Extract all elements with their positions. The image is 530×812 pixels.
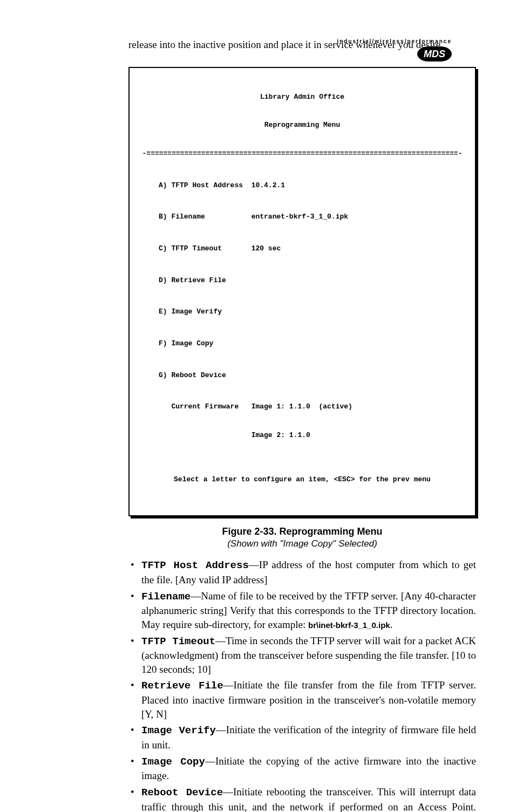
item-verify: Image Verify—Initiate the verification o… xyxy=(128,723,476,752)
definition-list: TFTP Host Address—IP address of the host… xyxy=(128,558,476,812)
terminal-row-f: F) Image Copy xyxy=(159,339,467,349)
item-retrieve: Retrieve File—Initiate the file transfer… xyxy=(128,678,476,721)
terminal-row-cf2: Image 2: 1.1.0 xyxy=(159,431,467,440)
terminal-row-d: D) Retrieve File xyxy=(159,276,467,285)
header-logo: industrial/wireless/performance MDS xyxy=(337,38,452,62)
term-verify: Image Verify xyxy=(141,725,216,736)
item-filename: Filename—Name of file to be received by … xyxy=(128,589,476,632)
term-tftp-host: TFTP Host Address xyxy=(141,559,249,571)
terminal-prompt: Select a letter to configure an item, <E… xyxy=(137,475,467,485)
terminal-title-2: Reprogramming Menu xyxy=(137,120,467,130)
terminal-row-b: B) Filename entranet-bkrf-3_1_0.ipk xyxy=(159,212,467,222)
figure-caption-main: Figure 2-33. Reprogramming Menu xyxy=(128,525,476,538)
terminal-screenshot: Library Admin Office Reprogramming Menu … xyxy=(128,67,476,516)
logo-tagline: industrial/wireless/performance xyxy=(337,38,452,45)
filename-example: br\inet-bkrf-3_1_0.ipk xyxy=(308,620,390,630)
terminal-row-e: E) Image Verify xyxy=(159,307,467,317)
item-timeout: TFTP Timeout—Time in seconds the TFTP se… xyxy=(128,634,476,677)
terminal-rule: -=======================================… xyxy=(137,149,467,159)
figure-caption-sub: (Shown with "Image Copy" Selected) xyxy=(128,538,476,550)
term-filename: Filename xyxy=(141,591,191,603)
term-timeout: TFTP Timeout xyxy=(141,636,215,647)
terminal-row-a: A) TFTP Host Address 10.4.2.1 xyxy=(159,181,467,190)
term-copy: Image Copy xyxy=(141,756,205,768)
term-retrieve: Retrieve File xyxy=(141,680,223,692)
item-copy: Image Copy—Initiate the copying of the a… xyxy=(128,754,476,783)
item-reboot: Reboot Device—Initiate rebooting the tra… xyxy=(128,785,476,812)
terminal-row-g: G) Reboot Device xyxy=(159,371,467,380)
desc-filename-2: . xyxy=(390,619,393,630)
logo-brand: MDS xyxy=(417,46,452,62)
figure-caption: Figure 2-33. Reprogramming Menu (Shown w… xyxy=(128,525,476,550)
terminal-title-1: Library Admin Office xyxy=(137,92,467,102)
term-reboot: Reboot Device xyxy=(141,787,223,799)
terminal-row-c: C) TFTP Timeout 120 sec xyxy=(159,244,467,254)
item-tftp-host: TFTP Host Address—IP address of the host… xyxy=(128,558,476,586)
terminal-row-cf1: Current Firmware Image 1: 1.1.0 (active) xyxy=(159,402,467,412)
